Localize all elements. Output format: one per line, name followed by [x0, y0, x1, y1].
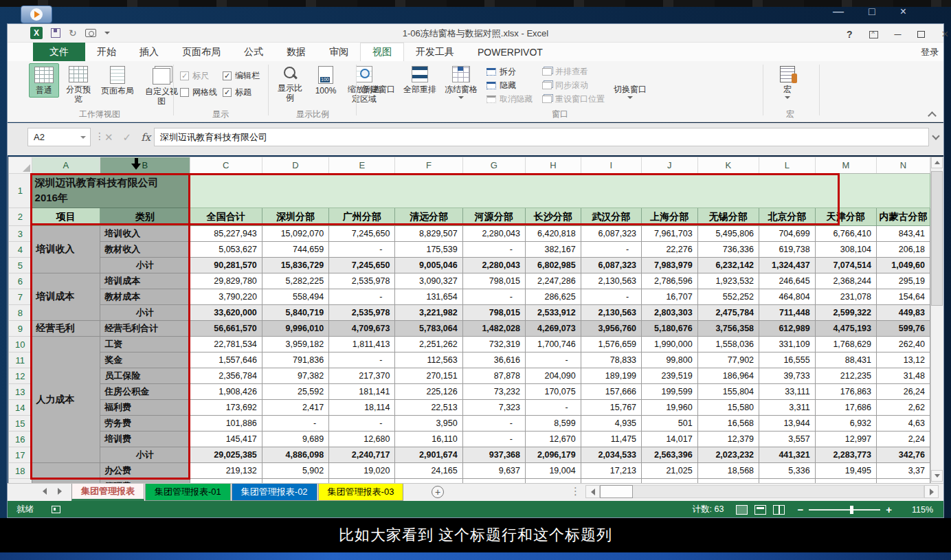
value-cell[interactable]: 170,075: [526, 384, 581, 400]
value-cell[interactable]: 619,738: [759, 242, 816, 258]
切换窗口-button[interactable]: 切换窗口: [610, 63, 650, 100]
value-cell[interactable]: -: [526, 400, 581, 416]
value-cell[interactable]: 441,321: [759, 447, 816, 463]
category-cell[interactable]: 办公费: [100, 463, 190, 479]
ribbon-tab-文件[interactable]: 文件: [33, 43, 85, 61]
new-sheet-button[interactable]: +: [432, 486, 444, 498]
value-cell[interactable]: 1,923,532: [697, 273, 759, 289]
页面布局-button[interactable]: 页面布局: [98, 63, 137, 98]
value-cell[interactable]: 25,592: [262, 384, 328, 400]
value-cell[interactable]: 599,76: [877, 321, 930, 337]
value-cell[interactable]: 5,902: [262, 463, 328, 479]
value-cell[interactable]: 19,004: [526, 463, 581, 479]
header-cell[interactable]: 类别: [100, 208, 190, 226]
value-cell[interactable]: 31,48: [877, 368, 930, 384]
value-cell[interactable]: 5,053,627: [190, 242, 262, 258]
value-cell[interactable]: 8,829,507: [395, 226, 462, 242]
value-cell[interactable]: 331,109: [759, 337, 816, 352]
value-cell[interactable]: 7,983,979: [642, 258, 698, 273]
header-cell[interactable]: 武汉分部: [581, 208, 641, 226]
分页预览-button[interactable]: 分页预览: [60, 63, 96, 106]
column-header-I[interactable]: I: [581, 157, 641, 174]
value-cell[interactable]: 3,090,327: [395, 273, 462, 289]
value-cell[interactable]: 39,733: [759, 368, 816, 384]
value-cell[interactable]: -: [526, 352, 581, 368]
value-cell[interactable]: 1,557,646: [190, 352, 262, 368]
value-cell[interactable]: -: [462, 416, 525, 432]
value-cell[interactable]: 937,368: [462, 447, 525, 463]
value-cell[interactable]: 9,689: [262, 432, 328, 447]
select-all-corner[interactable]: [9, 157, 32, 174]
value-cell[interactable]: 9,996,010: [262, 321, 328, 337]
banner-cell[interactable]: [190, 174, 930, 208]
row-header-6[interactable]: 6: [9, 273, 32, 289]
category-cell[interactable]: 员工保险: [100, 368, 190, 384]
value-cell[interactable]: 97,382: [262, 368, 328, 384]
value-cell[interactable]: 2,247,286: [526, 273, 581, 289]
row-header-1[interactable]: 1: [9, 174, 32, 208]
column-header-L[interactable]: L: [759, 157, 816, 174]
group-cell[interactable]: [32, 463, 100, 484]
value-cell[interactable]: 246,645: [759, 273, 816, 289]
value-cell[interactable]: 4,63: [877, 416, 930, 432]
value-cell[interactable]: 12,997: [815, 432, 876, 447]
value-cell[interactable]: 87,878: [462, 368, 525, 384]
value-cell[interactable]: 33,620,000: [190, 305, 262, 321]
row-header-10[interactable]: 10: [9, 337, 32, 352]
value-cell[interactable]: 1,990,000: [642, 337, 698, 352]
value-cell[interactable]: 186,964: [697, 368, 759, 384]
value-cell[interactable]: 552,252: [697, 289, 759, 305]
value-cell[interactable]: 6,087,323: [581, 226, 641, 242]
value-cell[interactable]: -: [462, 242, 525, 258]
value-cell[interactable]: 3,959,182: [262, 337, 328, 352]
value-cell[interactable]: 15,092,070: [262, 226, 328, 242]
value-cell[interactable]: 2,535,978: [329, 305, 395, 321]
全部重排-button[interactable]: 全部重排: [400, 63, 440, 96]
value-cell[interactable]: 90,281,570: [190, 258, 262, 273]
scroll-left-button[interactable]: [585, 485, 600, 498]
category-cell[interactable]: 经营毛利合计: [100, 321, 190, 337]
zoom-track[interactable]: [809, 509, 880, 511]
value-cell[interactable]: 24,165: [395, 463, 462, 479]
value-cell[interactable]: 204,090: [526, 368, 581, 384]
value-cell[interactable]: 308,104: [815, 242, 876, 258]
value-cell[interactable]: 798,015: [462, 305, 525, 321]
zoom-thumb[interactable]: [850, 506, 853, 514]
header-cell[interactable]: 广州分部: [329, 208, 395, 226]
value-cell[interactable]: 16,110: [395, 432, 462, 447]
value-cell[interactable]: 262,40: [877, 337, 930, 352]
sheet-tab-集团管理报表[interactable]: 集团管理报表: [71, 484, 144, 501]
value-cell[interactable]: 6,420,818: [526, 226, 581, 242]
value-cell[interactable]: 2,475,784: [697, 305, 759, 321]
value-cell[interactable]: 18,568: [697, 463, 759, 479]
insert-function-icon[interactable]: fx: [141, 131, 150, 144]
隐藏-button[interactable]: 隐藏: [486, 80, 533, 91]
category-cell[interactable]: 小计: [100, 447, 190, 463]
value-cell[interactable]: 99,800: [642, 352, 698, 368]
category-cell[interactable]: 教材收入: [100, 242, 190, 258]
ribbon-tab-页面布局[interactable]: 页面布局: [170, 43, 232, 61]
value-cell[interactable]: 1,558,036: [697, 337, 759, 352]
macro-button[interactable]: 宏: [768, 63, 807, 100]
ribbon-tab-公式[interactable]: 公式: [232, 43, 275, 61]
value-cell[interactable]: 5,495,806: [697, 226, 759, 242]
value-cell[interactable]: 1,908,426: [190, 384, 262, 400]
value-cell[interactable]: 88,431: [815, 352, 876, 368]
value-cell[interactable]: 2,096,179: [526, 447, 581, 463]
column-header-J[interactable]: J: [642, 157, 698, 174]
value-cell[interactable]: 154,64: [877, 289, 930, 305]
row-header-13[interactable]: 13: [9, 384, 32, 400]
value-cell[interactable]: 2,901,674: [395, 447, 462, 463]
value-cell[interactable]: -: [581, 242, 641, 258]
value-cell[interactable]: 2,356,784: [190, 368, 262, 384]
value-cell[interactable]: 155,804: [697, 384, 759, 400]
value-cell[interactable]: 2,280,043: [462, 226, 525, 242]
value-cell[interactable]: 5,783,064: [395, 321, 462, 337]
value-cell[interactable]: 286,625: [526, 289, 581, 305]
value-cell[interactable]: 21,025: [642, 463, 698, 479]
value-cell[interactable]: 173,692: [190, 400, 262, 416]
scroll-up-button[interactable]: [931, 157, 943, 168]
column-header-E[interactable]: E: [329, 157, 395, 174]
value-cell[interactable]: 175,539: [395, 242, 462, 258]
vertical-scroll-thumb[interactable]: [931, 171, 943, 306]
